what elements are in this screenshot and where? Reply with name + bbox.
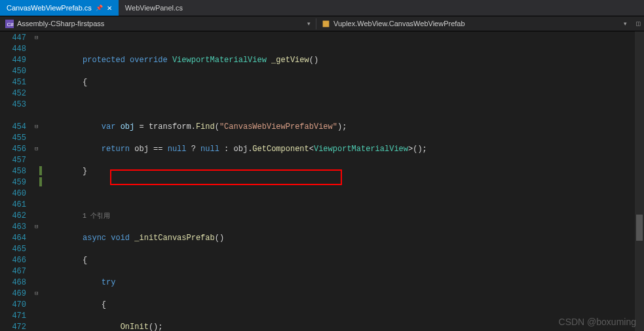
line-gutter: 4474484494504514524534544554564574584594…	[0, 31, 34, 331]
csharp-icon: C#	[5, 20, 14, 28]
nav-class[interactable]: Vuplex.WebView.CanvasWebViewPrefab ▾	[316, 18, 632, 29]
chevron-down-icon[interactable]: ▾	[307, 20, 311, 27]
code-area[interactable]: protected override ViewportMaterialView …	[42, 31, 644, 331]
nav-project[interactable]: C# Assembly-CSharp-firstpass ▾	[0, 18, 316, 29]
svg-rect-2	[323, 20, 330, 27]
editor-tabs: CanvasWebViewPrefab.cs 📌 ✕ WebViewPanel.…	[0, 0, 644, 16]
svg-text:C#: C#	[7, 21, 14, 27]
tab-active[interactable]: CanvasWebViewPrefab.cs 📌 ✕	[0, 0, 119, 16]
tab-label: CanvasWebViewPrefab.cs	[7, 4, 92, 12]
vertical-scrollbar[interactable]	[635, 31, 644, 331]
reference-count[interactable]: 1 个引用	[83, 213, 110, 220]
pin-icon[interactable]: 📌	[96, 5, 103, 11]
tab-inactive[interactable]: WebViewPanel.cs	[119, 0, 189, 16]
scroll-thumb[interactable]	[636, 215, 643, 241]
class-icon	[322, 20, 330, 28]
nav-project-label: Assembly-CSharp-firstpass	[17, 20, 104, 27]
close-icon[interactable]: ✕	[107, 5, 112, 12]
nav-class-label: Vuplex.WebView.CanvasWebViewPrefab	[333, 20, 465, 27]
code-editor[interactable]: 4474484494504514524534544554564574584594…	[0, 31, 644, 331]
nav-bar: C# Assembly-CSharp-firstpass ▾ Vuplex.We…	[0, 16, 644, 31]
chevron-down-icon[interactable]: ▾	[624, 20, 627, 27]
fold-column[interactable]: ⊟⊟⊟⊟⊟	[34, 31, 39, 331]
nav-split-icon[interactable]: ◫	[632, 20, 644, 27]
tab-label: WebViewPanel.cs	[125, 4, 183, 12]
